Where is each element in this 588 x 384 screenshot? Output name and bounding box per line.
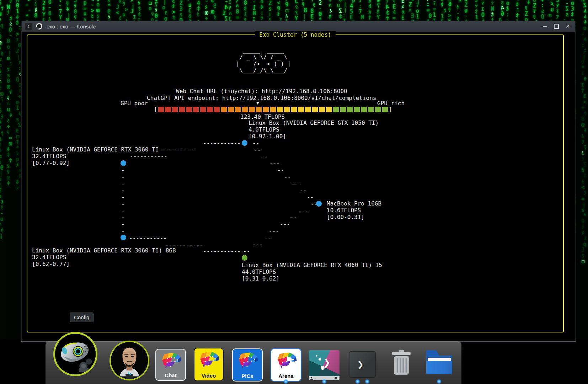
trash-icon <box>389 349 413 376</box>
pics-app-label: PICs <box>233 373 262 379</box>
topology-dash: - <box>121 228 125 234</box>
matrix-column: Jﾆpp8ﾆNｹﾒﾘﾘNﾅﾋｼQｰ0o｜oﾆﾂs0œﾏｷﾊuｷﾐ+ｷ=œﾎǂǂｼ… <box>7 0 12 186</box>
cluster-title: Exo Cluster (5 nodes) <box>255 31 335 39</box>
api-endpoint: ChatGPT API endpoint: http://192.168.0.1… <box>147 95 376 101</box>
gpu-bar-segment <box>361 107 367 112</box>
running-indicator-icon <box>355 379 360 384</box>
matrix-column: ｻ1ｵYNZﾑﾑｷo-ﾎ:ﾆ｜ﾜ*ｴｻｴﾅ3>+ｹ8œﾓﾑﾘﾃﾐﾂZ5ǂﾓ<ﾐ=… <box>581 0 587 264</box>
topology-dash: --- <box>298 207 309 214</box>
gpu-bar-segment <box>193 107 199 112</box>
node-4-line-2: 32.4TFLOPS <box>32 254 66 261</box>
gpu-bar-segment <box>270 107 276 112</box>
topology-dash: ----------- <box>203 248 241 255</box>
node-3-dot-icon <box>316 201 322 207</box>
brain-logo-icon <box>236 351 259 370</box>
exo-ascii-logo: _____ _____ / _ \ \/ / _ \ | __/> < (_) … <box>236 47 291 74</box>
topology-dash: -- <box>261 153 267 160</box>
session-chevron-icon: ❯ <box>25 22 32 30</box>
running-indicator-icon <box>322 379 327 384</box>
gpu-bar: [ ] <box>154 106 392 113</box>
gpu-bar-segment <box>221 107 227 112</box>
person-avatar-launcher[interactable] <box>109 341 149 380</box>
gpu-bar-segment <box>263 107 269 112</box>
node-1-dot-icon <box>242 140 247 146</box>
gpu-bar-close-bracket: ] <box>389 106 392 113</box>
gpu-bar-segment <box>326 107 332 112</box>
topology-dash: -- <box>265 234 272 241</box>
person-avatar-icon <box>111 342 148 379</box>
node-5-dot-icon <box>242 255 247 261</box>
maximize-icon <box>554 24 559 29</box>
arena-app-launcher[interactable]: Arena <box>271 348 301 382</box>
gpu-bar-segment <box>340 107 346 112</box>
config-button[interactable]: Config <box>70 313 93 322</box>
gpu-bar-segment <box>354 107 360 112</box>
video-app-label: Video <box>194 373 223 379</box>
gpu-bar-segment <box>158 107 164 112</box>
terminal-launcher[interactable]: ❯ <box>349 351 376 378</box>
window-titlebar[interactable]: ❯ exo : exo — Konsole ✕ <box>22 21 575 32</box>
topology-dash: ----------- <box>129 235 167 241</box>
node-2-dot-icon <box>121 160 126 166</box>
gpu-bar-segment <box>291 107 297 112</box>
chevron-icon: ❯ <box>357 358 364 371</box>
matrix-column: Jﾃ-ﾋｹ*>EœﾆｻｷǂN01ﾎｶﾃ>ｴ0Z｜ｳ:ｼQﾐﾂ+œ1ﾒsZﾋ◻ﾏ*… <box>16 0 21 191</box>
trash-launcher[interactable] <box>389 349 413 376</box>
gpu-bar-segments <box>158 107 388 112</box>
brain-logo-icon <box>274 351 298 370</box>
konsole-window: ❯ exo : exo — Konsole ✕ Exo Cluster (5 n… <box>21 21 576 341</box>
chat-app-launcher[interactable]: Chat <box>155 349 186 381</box>
gpu-bar-segment <box>207 107 213 112</box>
node-2-line-2: 32.4TFLOPS <box>32 153 66 160</box>
brain-logo-icon <box>159 351 182 371</box>
node-5-line-3: [0.31-0.62] <box>242 275 279 282</box>
konsole-app-icon <box>36 23 42 30</box>
gpu-marker-icon: ▼ <box>256 100 259 106</box>
node-2-line-1: Linux Box (NVIDIA GEFORCE RTX 3060 TI---… <box>32 146 196 153</box>
node-1-line-2: 4.0TFLOPS <box>248 126 279 133</box>
chat-app-label: Chat <box>156 372 185 378</box>
topology-dash: ----------- <box>203 140 241 146</box>
chevron-icon: ❯ <box>323 355 330 369</box>
topology-dash: - <box>121 180 125 187</box>
maximize-button[interactable] <box>552 22 561 30</box>
node-5-line-2: 44.0TFLOPS <box>242 268 276 275</box>
window-title: exo : exo — Konsole <box>47 23 96 30</box>
gpu-bar-segment <box>214 107 220 112</box>
topology-dash: -- <box>243 248 250 255</box>
gpu-bar-segment <box>186 107 192 112</box>
topology-dash: - <box>121 187 125 194</box>
video-app-launcher[interactable]: Video <box>194 348 224 381</box>
gpu-bar-segment <box>256 107 262 112</box>
topology-dash: - <box>121 214 125 221</box>
robot-avatar-launcher[interactable] <box>53 332 97 376</box>
arena-app-label: Arena <box>271 373 301 379</box>
topology-dash: --- <box>269 160 280 167</box>
gpu-bar-segment <box>200 107 206 112</box>
gpu-bar-segment <box>172 107 178 112</box>
gpu-bar-segment <box>333 107 339 112</box>
node-4-line-3: [0.62-0.77] <box>32 261 70 267</box>
terminal-area: Exo Cluster (5 nodes) _____ _____ / _ \ … <box>22 32 575 341</box>
gpu-bar-segment <box>312 107 318 112</box>
file-manager-launcher[interactable] <box>426 350 452 374</box>
close-button[interactable]: ✕ <box>563 22 572 30</box>
node-4-dot-icon <box>121 235 126 240</box>
node-1-line-1: Linux Box (NVIDIA GEFORCE GTX 1050 TI) <box>248 119 379 126</box>
gpu-bar-segment <box>165 107 171 112</box>
gpu-bar-segment <box>235 107 241 112</box>
node-2-line-3: [0.77-0.92] <box>32 160 70 166</box>
desktop: ｷﾅEｻｵ8ｷ5ｴﾒ05ﾅNﾜpﾆ8œﾎｻ<<sZﾃEœﾃ｜6ﾓǂﾂﾅ6ﾘﾒ<5… <box>0 0 588 384</box>
node-3-line-1: MacBook Pro 16GB <box>327 200 381 207</box>
konsole-launcher[interactable]: ❯ <box>309 350 340 380</box>
gpu-bar-segment <box>277 107 283 112</box>
gpu-bar-segment <box>382 107 388 112</box>
robot-avatar-icon <box>55 334 96 374</box>
topology-dash: --- <box>252 241 263 248</box>
topology-dash: - <box>121 167 125 174</box>
topology-dash: - <box>121 221 125 228</box>
node-4-line-1: Linux Box (NVIDIA GEFORCE RTX 3060 TI) 8… <box>32 247 176 254</box>
pics-app-launcher[interactable]: PICs <box>232 348 263 382</box>
minimize-button[interactable] <box>540 22 550 30</box>
topology-dash: --- <box>291 180 301 187</box>
